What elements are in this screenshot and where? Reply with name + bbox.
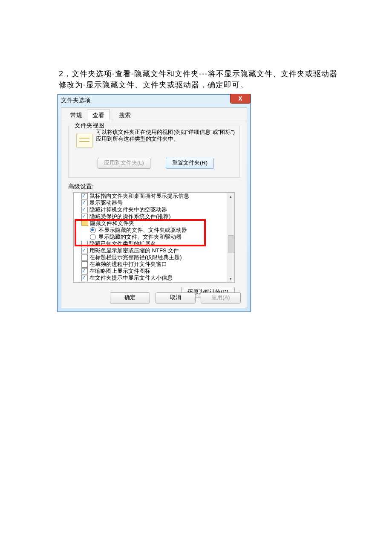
reset-folders-button[interactable]: 重置文件夹(R) xyxy=(166,158,214,169)
list-item[interactable]: 在标题栏显示完整路径(仅限经典主题) xyxy=(74,254,227,261)
ok-button[interactable]: 确定 xyxy=(110,292,150,304)
dialog-title: 文件夹选项 xyxy=(61,97,91,104)
folder-views-description: 可以将该文件夹正在使用的视图(例如"详细信息"或"图标")应用到所有这种类型的文… xyxy=(96,129,235,142)
scroll-up-icon[interactable]: ▴ xyxy=(227,193,234,200)
item-label: 在缩略图上显示文件图标 xyxy=(89,268,150,275)
radio-icon[interactable] xyxy=(90,234,96,240)
item-label: 显示隐藏的文件、文件夹和驱动器 xyxy=(98,234,182,240)
checkbox-icon[interactable] xyxy=(81,268,88,275)
tab-search[interactable]: 搜索 xyxy=(113,110,136,120)
folder-options-dialog: 文件夹选项 X 常规 查看 搜索 文件夹视图 可以将该文件夹正在使用的视图(例如… xyxy=(57,94,251,312)
radio-option-show[interactable]: 显示隐藏的文件、文件夹和驱动器 xyxy=(74,234,227,240)
tab-strip: 常规 查看 搜索 xyxy=(61,108,247,120)
radio-icon[interactable] xyxy=(90,227,96,233)
item-label: 隐藏已知文件类型的扩展名 xyxy=(89,240,156,247)
list-item[interactable]: 隐藏计算机文件夹中的空驱动器 xyxy=(74,206,227,213)
item-label: 显示驱动器号 xyxy=(89,199,123,206)
checkbox-icon[interactable] xyxy=(81,193,88,199)
scrollbar[interactable]: ▴ ▾ xyxy=(227,193,234,282)
checkbox-icon[interactable] xyxy=(81,207,88,213)
item-label: 隐藏受保护的操作系统文件(推荐) xyxy=(89,213,171,220)
tab-view[interactable]: 查看 xyxy=(87,110,110,121)
item-label: 鼠标指向文件夹和桌面项时显示提示信息 xyxy=(89,193,189,199)
apply-to-folders-button[interactable]: 应用到文件夹(L) xyxy=(98,158,150,169)
list-item[interactable]: 在文件夹提示中显示文件大小信息 xyxy=(74,275,227,281)
list-item[interactable]: 隐藏受保护的操作系统文件(推荐) xyxy=(74,213,227,220)
item-label: 隐藏计算机文件夹中的空驱动器 xyxy=(89,206,167,213)
item-label: 在标题栏显示完整路径(仅限经典主题) xyxy=(89,254,182,261)
close-icon: X xyxy=(238,95,242,102)
cancel-button[interactable]: 取消 xyxy=(156,292,196,304)
scroll-thumb[interactable] xyxy=(228,235,234,253)
scroll-down-icon[interactable]: ▾ xyxy=(227,275,234,282)
checkbox-icon[interactable] xyxy=(81,275,88,281)
item-label: 在单独的进程中打开文件夹窗口 xyxy=(89,261,167,268)
titlebar[interactable]: 文件夹选项 X xyxy=(58,95,251,107)
checkbox-icon[interactable] xyxy=(81,254,88,261)
tab-general[interactable]: 常规 xyxy=(65,110,88,120)
checkbox-icon[interactable] xyxy=(81,261,88,268)
instruction-text: 2，文件夹选项-查看-隐藏文件和文件夹---将不显示隐藏文件、文件夹或驱动器修改… xyxy=(59,68,340,90)
checkbox-icon[interactable] xyxy=(81,241,88,247)
folder-views-icon xyxy=(76,134,92,147)
folder-icon xyxy=(81,220,88,226)
folder-views-group: 文件夹视图 可以将该文件夹正在使用的视图(例如"详细信息"或"图标")应用到所有… xyxy=(68,126,240,178)
radio-option-hide[interactable]: 不显示隐藏的文件、文件夹或驱动器 xyxy=(74,227,227,234)
dialog-body: 常规 查看 搜索 文件夹视图 可以将该文件夹正在使用的视图(例如"详细信息"或"… xyxy=(61,107,247,308)
close-button[interactable]: X xyxy=(230,94,251,104)
checkbox-icon[interactable] xyxy=(81,214,88,220)
list-item[interactable]: 鼠标指向文件夹和桌面项时显示提示信息 xyxy=(74,193,227,199)
list-item[interactable]: 显示驱动器号 xyxy=(74,199,227,206)
list-item[interactable]: 用彩色显示加密或压缩的 NTFS 文件 xyxy=(74,247,227,254)
advanced-settings-list[interactable]: 鼠标指向文件夹和桌面项时显示提示信息 显示驱动器号 隐藏计算机文件夹中的空驱动器… xyxy=(73,192,235,283)
list-item-group[interactable]: 隐藏文件和文件夹 xyxy=(74,220,227,227)
apply-button[interactable]: 应用(A) xyxy=(201,292,241,304)
list-item[interactable]: 在缩略图上显示文件图标 xyxy=(74,268,227,275)
list-item[interactable]: 隐藏已知文件类型的扩展名 xyxy=(74,240,227,247)
checkbox-icon[interactable] xyxy=(81,248,88,254)
dialog-buttons: 确定 取消 应用(A) xyxy=(107,292,241,304)
item-label: 不显示隐藏的文件、文件夹或驱动器 xyxy=(98,227,187,234)
advanced-settings-label: 高级设置: xyxy=(68,183,94,191)
list-item[interactable]: 在单独的进程中打开文件夹窗口 xyxy=(74,261,227,268)
item-label: 用彩色显示加密或压缩的 NTFS 文件 xyxy=(89,247,179,254)
item-label: 在文件夹提示中显示文件大小信息 xyxy=(89,275,173,281)
item-label: 隐藏文件和文件夹 xyxy=(90,220,134,227)
checkbox-icon[interactable] xyxy=(81,200,88,206)
